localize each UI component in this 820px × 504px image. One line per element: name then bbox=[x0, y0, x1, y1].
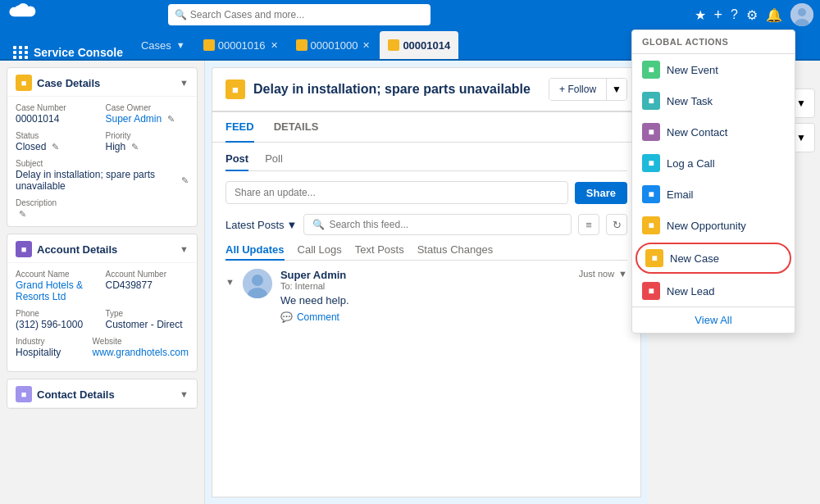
account-type-value: Customer - Direct bbox=[106, 319, 189, 330]
account-industry-field: Industry Hospitality bbox=[16, 337, 86, 358]
account-field-row-1: Account Name Grand Hotels & Resorts Ltd … bbox=[16, 270, 189, 302]
activity-history-caret[interactable]: ▼ bbox=[796, 98, 806, 109]
share-button[interactable]: Share bbox=[575, 182, 627, 204]
post-tab[interactable]: Post bbox=[226, 152, 248, 171]
global-action-new-event[interactable]: ■ New Event bbox=[632, 54, 795, 85]
account-name-link[interactable]: Grand Hotels & Resorts Ltd bbox=[16, 279, 83, 302]
comment-icon: 💬 bbox=[280, 311, 293, 323]
filter-tab-text-posts[interactable]: Text Posts bbox=[355, 243, 404, 261]
global-action-log-call[interactable]: ■ Log a Call bbox=[632, 148, 795, 179]
global-action-new-lead[interactable]: ■ New Lead bbox=[632, 275, 795, 306]
case-tab-details[interactable]: DETAILS bbox=[274, 112, 319, 143]
follow-button[interactable]: + Follow ▼ bbox=[549, 78, 627, 101]
comment-label: Comment bbox=[297, 311, 339, 323]
feed-filter-icon[interactable]: ≡ bbox=[578, 214, 599, 235]
tab-cases[interactable]: Cases ▼ bbox=[133, 31, 194, 59]
account-name-field: Account Name Grand Hotels & Resorts Ltd bbox=[16, 270, 99, 302]
case-priority-field: Priority High ✎ bbox=[106, 131, 189, 152]
filter-tab-all-updates[interactable]: All Updates bbox=[226, 243, 285, 261]
global-action-new-case[interactable]: ■ New Case bbox=[636, 243, 791, 274]
account-details-title: ■ Account Details bbox=[16, 241, 117, 257]
case-icon-1 bbox=[203, 39, 215, 51]
account-industry-value: Hospitality bbox=[16, 347, 86, 358]
case-subject-value: Delay in installation; spare parts unava… bbox=[16, 169, 175, 192]
filter-tab-status-changes[interactable]: Status Changes bbox=[417, 243, 494, 261]
notifications-icon[interactable]: 🔔 bbox=[766, 7, 782, 23]
feed-post-options[interactable]: ▼ bbox=[618, 269, 627, 279]
feed-search-input[interactable] bbox=[329, 219, 563, 230]
case-status-value-row: Closed ✎ bbox=[16, 141, 99, 152]
search-input[interactable] bbox=[190, 9, 424, 20]
global-action-new-task[interactable]: ■ New Task bbox=[632, 85, 795, 116]
feed-expand-icon[interactable]: ▼ bbox=[226, 277, 235, 287]
main-content: ■ Delay in installation; spare parts una… bbox=[205, 61, 648, 504]
feed-post: ▼ Super Admin To: Internal Just now ▼ bbox=[226, 269, 627, 323]
search-icon: 🔍 bbox=[175, 9, 187, 20]
contact-details-toggle[interactable]: ▼ bbox=[180, 389, 189, 399]
tab-00001000[interactable]: 00001000 ✕ bbox=[288, 31, 379, 59]
follow-btn-main[interactable]: + Follow bbox=[549, 79, 606, 100]
user-avatar[interactable] bbox=[790, 3, 813, 26]
latest-posts-dropdown[interactable]: Latest Posts ▼ bbox=[226, 219, 297, 231]
add-icon[interactable]: + bbox=[714, 7, 723, 24]
app-launcher[interactable]: Service Console bbox=[3, 46, 133, 59]
feed-filter-row: Latest Posts ▼ 🔍 ≡ ↻ bbox=[226, 214, 627, 235]
tab-00001016[interactable]: 00001016 ✕ bbox=[195, 31, 286, 59]
case-field-row-1: Case Number 00001014 Case Owner Super Ad… bbox=[16, 103, 189, 125]
open-activities-caret[interactable]: ▼ bbox=[796, 132, 806, 143]
case-tab-feed[interactable]: FEED bbox=[226, 112, 254, 143]
filter-tab-call-logs[interactable]: Call Logs bbox=[298, 243, 342, 261]
feed-post-body: We need help. bbox=[280, 294, 627, 306]
case-status-edit[interactable]: ✎ bbox=[52, 142, 59, 152]
new-case-icon: ■ bbox=[645, 249, 663, 267]
feed-post-time-row: Just now ▼ bbox=[579, 269, 627, 279]
feed-search-icon: 🔍 bbox=[312, 219, 325, 230]
case-tabs-bar: FEED DETAILS bbox=[212, 111, 641, 143]
salesforce-logo[interactable] bbox=[7, 2, 33, 28]
feed-post-time: Just now bbox=[579, 269, 614, 279]
favorites-icon[interactable]: ★ bbox=[695, 7, 706, 23]
new-opportunity-icon: ■ bbox=[642, 216, 660, 234]
account-website-link[interactable]: www.grandhotels.com bbox=[93, 347, 189, 358]
tab-00001014[interactable]: 00001014 bbox=[380, 31, 458, 59]
feed-area: Post Poll Share Latest Posts ▼ 🔍 ≡ ↻ bbox=[212, 143, 641, 497]
new-lead-icon: ■ bbox=[642, 282, 660, 300]
account-details-toggle[interactable]: ▼ bbox=[180, 244, 189, 254]
global-action-email[interactable]: ■ Email bbox=[632, 179, 795, 210]
help-icon[interactable]: ? bbox=[731, 7, 738, 22]
new-contact-label: New Contact bbox=[667, 126, 727, 138]
setup-icon[interactable]: ⚙ bbox=[746, 7, 758, 23]
case-priority-edit[interactable]: ✎ bbox=[131, 142, 139, 152]
case-description-edit[interactable]: ✎ bbox=[19, 209, 26, 219]
feed-refresh-icon[interactable]: ↻ bbox=[606, 214, 627, 235]
follow-btn-caret[interactable]: ▼ bbox=[606, 79, 626, 100]
tab-close-2[interactable]: ✕ bbox=[362, 40, 370, 51]
global-action-new-contact[interactable]: ■ New Contact bbox=[632, 116, 795, 148]
view-all-button[interactable]: View All bbox=[632, 306, 795, 333]
tab-cases-dropdown[interactable]: ▼ bbox=[176, 40, 185, 50]
case-icon-2 bbox=[296, 39, 308, 51]
feed-search[interactable]: 🔍 bbox=[303, 214, 572, 235]
new-contact-icon: ■ bbox=[642, 123, 660, 141]
share-input[interactable] bbox=[226, 181, 568, 204]
svg-point-1 bbox=[798, 8, 806, 16]
case-owner-field: Case Owner Super Admin ✎ bbox=[106, 103, 189, 125]
account-details-body: Account Name Grand Hotels & Resorts Ltd … bbox=[7, 263, 197, 371]
feed-comment-button[interactable]: 💬 Comment bbox=[280, 311, 627, 323]
case-owner-edit[interactable]: ✎ bbox=[167, 114, 175, 125]
account-number-field: Account Number CD439877 bbox=[106, 270, 189, 302]
global-action-new-opportunity[interactable]: ■ New Opportunity bbox=[632, 210, 795, 241]
case-owner-link[interactable]: Super Admin bbox=[106, 113, 162, 125]
case-subject-edit[interactable]: ✎ bbox=[181, 175, 189, 186]
account-card-icon: ■ bbox=[16, 241, 32, 257]
contact-details-header: ■ Contact Details ▼ bbox=[7, 379, 197, 408]
case-status-field: Status Closed ✎ bbox=[16, 131, 99, 152]
poll-tab[interactable]: Poll bbox=[265, 152, 283, 171]
case-card-icon: ■ bbox=[16, 75, 32, 91]
case-header-title: Delay in installation; spare parts unava… bbox=[253, 82, 540, 97]
case-details-toggle[interactable]: ▼ bbox=[180, 78, 189, 88]
tab-close-1[interactable]: ✕ bbox=[271, 40, 278, 51]
feed-post-to: To: Internal bbox=[280, 281, 346, 291]
search-bar[interactable]: 🔍 bbox=[168, 4, 430, 25]
case-status-value: Closed bbox=[16, 141, 46, 152]
